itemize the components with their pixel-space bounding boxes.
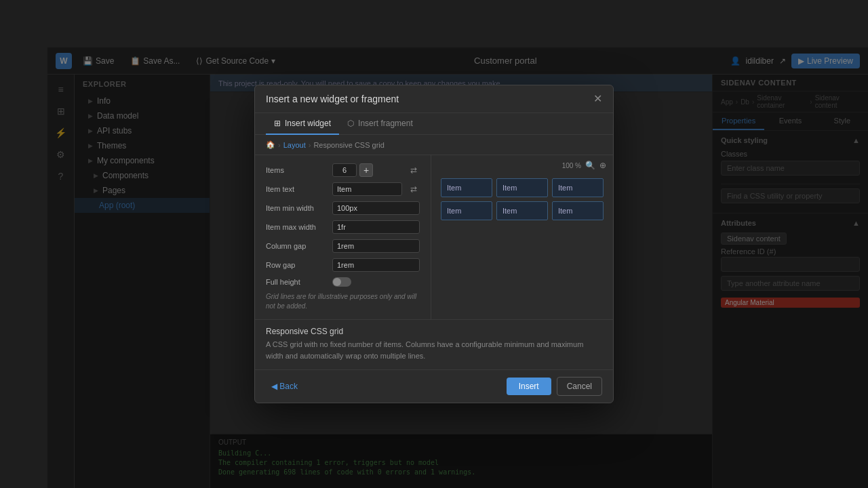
item-max-width-input[interactable]	[332, 220, 420, 234]
preview-cell-4: Item	[441, 201, 492, 220]
items-plus-button[interactable]: +	[359, 163, 373, 177]
preview-cell-1: Item	[441, 178, 492, 197]
dialog-preview: 100 % 🔍 ⊕ Item Item Item Item Item Item	[431, 155, 613, 319]
items-swap-button[interactable]: ⇄	[408, 164, 420, 176]
column-gap-label: Column gap	[266, 242, 327, 250]
items-label: Items	[266, 166, 327, 174]
preview-cell-6: Item	[552, 201, 604, 220]
items-input-row: +	[332, 163, 402, 177]
dialog-form: Items + ⇄ Item text ⇄ Item min width	[255, 155, 431, 319]
item-max-width-label: Item max width	[266, 223, 327, 231]
preview-zoom-label: 100 %	[562, 162, 581, 169]
preview-controls: 100 % 🔍 ⊕	[438, 161, 606, 170]
dialog-description: Responsive CSS grid A CSS grid with no f…	[255, 319, 613, 369]
toggle-knob	[333, 278, 341, 286]
form-row-item-text: Item text ⇄	[266, 182, 420, 196]
item-text-input[interactable]	[332, 182, 402, 196]
dialog-footer: ◀ Back Insert Cancel	[255, 369, 613, 403]
dialog-close-button[interactable]: ✕	[593, 94, 602, 104]
item-text-swap-button[interactable]: ⇄	[408, 183, 420, 195]
cancel-button[interactable]: Cancel	[557, 377, 602, 396]
breadcrumb-css-grid: Responsive CSS grid	[313, 141, 384, 149]
item-min-width-label: Item min width	[266, 204, 327, 212]
items-input[interactable]	[332, 163, 357, 177]
full-height-label: Full height	[266, 278, 327, 286]
dialog-breadcrumb: 🏠 › Layout › Responsive CSS grid	[255, 135, 613, 155]
widget-tab-icon: ⊞	[274, 119, 281, 128]
dialog-tab-fragment[interactable]: ⬡ Insert fragment	[339, 113, 421, 135]
full-height-toggle[interactable]	[332, 277, 351, 287]
dialog-title: Insert a new widget or fragment	[266, 94, 399, 104]
form-row-item-max-width: Item max width	[266, 220, 420, 234]
back-button[interactable]: ◀ Back	[266, 379, 303, 394]
row-gap-input[interactable]	[332, 258, 420, 272]
preview-zoom-out-button[interactable]: ⊕	[599, 161, 606, 170]
form-row-items: Items + ⇄	[266, 163, 420, 177]
breadcrumb-layout[interactable]: Layout	[283, 141, 306, 149]
dialog-body: Items + ⇄ Item text ⇄ Item min width	[255, 155, 613, 319]
description-text: A CSS grid with no fixed number of items…	[266, 339, 602, 361]
column-gap-input[interactable]	[332, 239, 420, 253]
dialog-tab-widget[interactable]: ⊞ Insert widget	[266, 113, 339, 135]
item-min-width-input[interactable]	[332, 201, 420, 215]
description-title: Responsive CSS grid	[266, 327, 602, 336]
preview-zoom-in-button[interactable]: 🔍	[585, 161, 595, 170]
form-row-item-min-width: Item min width	[266, 201, 420, 215]
modal-overlay: Insert a new widget or fragment ✕ ⊞ Inse…	[0, 0, 868, 488]
form-row-full-height: Full height	[266, 277, 420, 287]
breadcrumb-home-icon[interactable]: 🏠	[266, 140, 275, 149]
preview-cell-3: Item	[552, 178, 604, 197]
fragment-tab-icon: ⬡	[347, 119, 354, 128]
form-note: Grid lines are for illustrative purposes…	[266, 292, 420, 311]
row-gap-label: Row gap	[266, 261, 327, 269]
insert-button[interactable]: Insert	[507, 378, 551, 395]
preview-cell-2: Item	[496, 178, 548, 197]
preview-cell-5: Item	[496, 201, 548, 220]
form-row-column-gap: Column gap	[266, 239, 420, 253]
dialog-header: Insert a new widget or fragment ✕	[255, 85, 613, 113]
item-text-label: Item text	[266, 185, 327, 193]
preview-grid: Item Item Item Item Item Item	[438, 176, 606, 223]
dialog-tabs: ⊞ Insert widget ⬡ Insert fragment	[255, 113, 613, 135]
form-row-row-gap: Row gap	[266, 258, 420, 272]
dialog: Insert a new widget or fragment ✕ ⊞ Inse…	[254, 85, 614, 403]
